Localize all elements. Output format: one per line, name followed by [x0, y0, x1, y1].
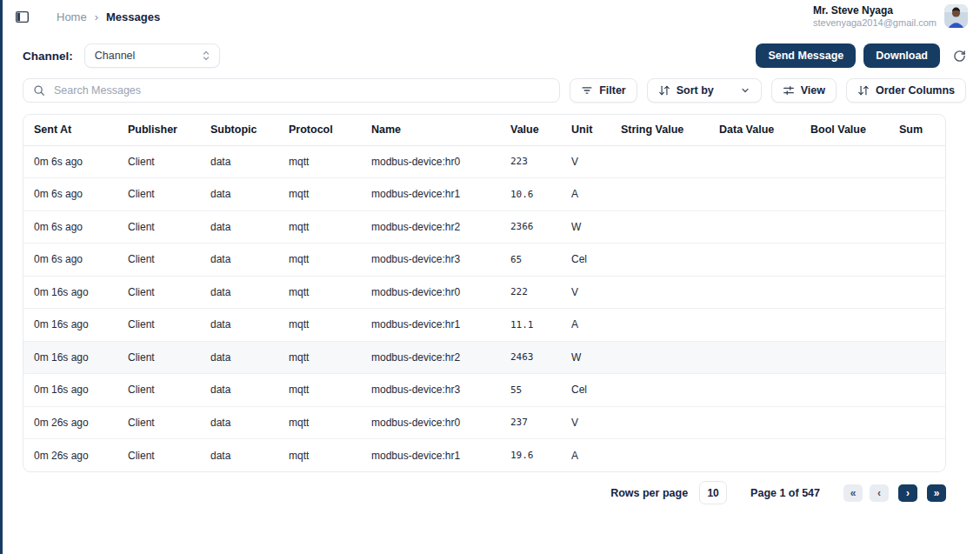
order-columns-button[interactable]: Order Columns — [846, 78, 966, 103]
table-row[interactable]: 0m 6s ago Client data mqtt modbus-device… — [23, 210, 945, 244]
search-box — [23, 78, 560, 103]
cell-subtopic: data — [200, 145, 278, 178]
chevron-down-icon — [740, 85, 750, 96]
cell-sum — [889, 276, 945, 309]
cell-protocol: mqtt — [278, 244, 361, 277]
cell-bool-value — [800, 406, 889, 439]
cell-name: modbus-device:hr0 — [361, 145, 500, 178]
table-row[interactable]: 0m 16s ago Client data mqtt modbus-devic… — [23, 276, 945, 309]
messages-page: Home › Messages Mr. Steve Nyaga stevenya… — [0, 0, 980, 554]
col-header-sum: Sum — [889, 115, 945, 145]
col-header-publisher: Publisher — [117, 115, 200, 145]
collapsed-sidebar-edge — [0, 0, 3, 554]
cell-string-value — [610, 210, 709, 244]
cell-unit: A — [561, 439, 610, 472]
cell-sent-at: 0m 16s ago — [23, 309, 117, 342]
table-row[interactable]: 0m 6s ago Client data mqtt modbus-device… — [23, 178, 945, 211]
pagination: Rows per page 10 Page 1 of 547 « ‹ › » — [23, 481, 946, 504]
cell-sent-at: 0m 6s ago — [23, 244, 117, 277]
col-header-unit: Unit — [561, 115, 610, 145]
avatar[interactable] — [944, 4, 968, 28]
table-row[interactable]: 0m 26s ago Client data mqtt modbus-devic… — [23, 439, 945, 472]
cell-string-value — [610, 244, 709, 277]
col-header-data-value: Data Value — [709, 115, 800, 145]
table-row[interactable]: 0m 6s ago Client data mqtt modbus-device… — [23, 145, 945, 178]
cell-data-value — [709, 439, 800, 472]
cell-publisher: Client — [117, 178, 200, 211]
cell-protocol: mqtt — [278, 439, 361, 472]
cell-string-value — [610, 374, 709, 407]
channel-select[interactable]: Channel — [84, 43, 220, 68]
cell-name: modbus-device:hr1 — [361, 439, 500, 472]
col-header-bool-value: Bool Value — [800, 115, 889, 145]
sidebar-toggle-button[interactable] — [15, 10, 30, 24]
messages-table-card: Sent At Publisher Subtopic Protocol Name… — [23, 114, 946, 472]
table-row[interactable]: 0m 6s ago Client data mqtt modbus-device… — [23, 244, 945, 277]
sort-by-dropdown[interactable]: Sort by — [647, 78, 762, 103]
view-label: View — [801, 84, 825, 97]
table-row[interactable]: 0m 16s ago Client data mqtt modbus-devic… — [23, 309, 945, 342]
col-header-subtopic: Subtopic — [200, 115, 278, 145]
cell-publisher: Client — [117, 406, 200, 439]
channel-row: Channel: Channel Send Message Download — [23, 43, 966, 68]
cell-name: modbus-device:hr1 — [361, 309, 500, 342]
cell-sum — [889, 374, 945, 407]
cell-sum — [889, 210, 945, 244]
table-row[interactable]: 0m 16s ago Client data mqtt modbus-devic… — [23, 341, 945, 374]
user-name: Mr. Steve Nyaga — [813, 4, 937, 17]
table-row[interactable]: 0m 16s ago Client data mqtt modbus-devic… — [23, 374, 945, 407]
topbar: Home › Messages Mr. Steve Nyaga stevenya… — [0, 0, 980, 33]
cell-sent-at: 0m 26s ago — [23, 406, 117, 439]
cell-sum — [889, 406, 945, 439]
view-button[interactable]: View — [771, 78, 837, 103]
next-page-button[interactable]: › — [898, 484, 917, 502]
cell-subtopic: data — [200, 276, 278, 309]
send-message-button[interactable]: Send Message — [756, 43, 856, 68]
messages-table: Sent At Publisher Subtopic Protocol Name… — [23, 115, 945, 471]
cell-subtopic: data — [200, 439, 278, 472]
order-columns-label: Order Columns — [876, 84, 955, 97]
rows-per-page-select[interactable]: 10 — [699, 481, 727, 504]
filter-icon — [581, 84, 593, 97]
first-page-button[interactable]: « — [843, 484, 863, 502]
cell-string-value — [610, 406, 709, 439]
cell-value: 222 — [500, 276, 561, 309]
breadcrumb-separator: › — [95, 10, 98, 23]
user-menu[interactable]: Mr. Steve Nyaga stevenyaga2014@gmail.com — [813, 4, 968, 29]
breadcrumb-home-link[interactable]: Home — [57, 10, 87, 23]
last-page-button[interactable]: » — [927, 484, 946, 502]
cell-bool-value — [800, 145, 889, 178]
filter-button[interactable]: Filter — [570, 78, 637, 103]
cell-publisher: Client — [117, 210, 200, 244]
page-info: Page 1 of 547 — [750, 487, 820, 499]
cell-data-value — [709, 341, 800, 374]
order-columns-icon — [857, 84, 870, 97]
cell-protocol: mqtt — [278, 374, 361, 407]
cell-string-value — [610, 439, 709, 472]
cell-string-value — [610, 276, 709, 309]
select-up-down-icon — [201, 50, 211, 62]
table-row[interactable]: 0m 26s ago Client data mqtt modbus-devic… — [23, 406, 945, 439]
cell-subtopic: data — [200, 210, 278, 244]
search-input[interactable] — [52, 83, 550, 97]
cell-bool-value — [800, 309, 889, 342]
col-header-sent-at: Sent At — [23, 115, 117, 145]
cell-sum — [889, 178, 945, 211]
refresh-button[interactable] — [953, 50, 966, 63]
cell-bool-value — [800, 276, 889, 309]
col-header-value: Value — [500, 115, 561, 145]
table-header-row: Sent At Publisher Subtopic Protocol Name… — [23, 115, 945, 145]
col-header-name: Name — [361, 115, 500, 145]
panel-left-icon — [15, 10, 30, 24]
prev-page-button[interactable]: ‹ — [870, 484, 889, 502]
cell-sum — [889, 145, 945, 178]
cell-value: 2463 — [500, 341, 561, 374]
cell-unit: Cel — [561, 374, 610, 407]
download-button[interactable]: Download — [863, 43, 940, 68]
channel-select-value: Channel — [95, 50, 136, 62]
cell-unit: A — [561, 178, 610, 211]
cell-value: 223 — [500, 145, 561, 178]
cell-name: modbus-device:hr0 — [361, 276, 500, 309]
breadcrumb-current: Messages — [106, 10, 160, 23]
cell-data-value — [709, 244, 800, 277]
